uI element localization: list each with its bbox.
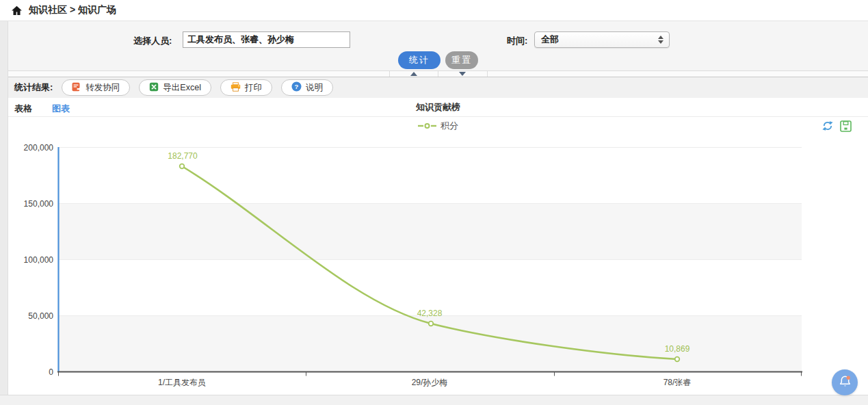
x-category-label: 1/工具发布员: [158, 378, 206, 387]
x-axis: [57, 372, 802, 376]
export-excel-button[interactable]: 导出Excel: [139, 79, 211, 96]
y-tick-label: 150,000: [24, 199, 54, 209]
top-bar: 知识社区 > 知识广场: [0, 0, 868, 21]
print-button[interactable]: 打印: [220, 79, 272, 96]
person-filter-label: 选择人员:: [133, 35, 172, 47]
chart-toolbox: [821, 120, 852, 132]
forward-collab-label: 转发协同: [86, 82, 120, 94]
help-button[interactable]: ? 说明: [281, 79, 333, 96]
bottom-strip: [0, 395, 868, 405]
collapse-up-button[interactable]: [389, 71, 438, 77]
triangle-up-icon: [410, 72, 417, 76]
help-label: 说明: [306, 82, 323, 94]
printer-icon: [231, 82, 241, 94]
reset-button[interactable]: 重置: [445, 51, 478, 69]
y-tick-label: 0: [49, 367, 53, 377]
data-point[interactable]: [180, 164, 185, 169]
person-filter-input[interactable]: [183, 31, 350, 48]
breadcrumb[interactable]: 知识社区 > 知识广场: [29, 4, 116, 16]
y-tick-label: 50,000: [28, 311, 53, 321]
line-chart-canvas[interactable]: 200,000 150,000 100,000 50,000 0 1/工具发布员…: [0, 134, 868, 395]
forward-collab-button[interactable]: 转发协同: [62, 79, 130, 96]
results-label: 统计结果:: [14, 81, 53, 94]
tab-row: 表格 图表 知识贡献榜: [8, 98, 868, 117]
print-label: 打印: [245, 82, 262, 94]
page: 知识社区 > 知识广场 选择人员: 时间: 全部 统计 重置 统计结果: 转发协…: [0, 0, 868, 405]
x-category-label: 78/张睿: [663, 378, 692, 387]
refresh-icon[interactable]: [821, 120, 834, 132]
time-filter-label: 时间:: [507, 35, 527, 47]
time-select[interactable]: 全部: [534, 31, 670, 48]
x-category-label: 29/孙少梅: [412, 378, 448, 387]
statistics-button[interactable]: 统计: [398, 51, 440, 69]
forward-document-icon: [72, 82, 81, 94]
filter-panel: 选择人员: 时间: 全部 统计 重置: [8, 21, 868, 70]
export-excel-label: 导出Excel: [163, 82, 201, 94]
results-toolbar: 统计结果: 转发协同 导出Excel 打印 ? 说明: [8, 77, 868, 98]
value-label: 42,328: [417, 309, 443, 318]
triangle-down-icon: [459, 72, 466, 76]
value-label: 182,770: [168, 151, 198, 161]
save-image-icon[interactable]: [840, 120, 852, 132]
legend-label: 积分: [440, 120, 458, 132]
time-select-value: 全部: [541, 34, 656, 46]
data-point[interactable]: [429, 322, 434, 326]
select-arrows-icon: [656, 36, 666, 44]
legend-item-score[interactable]: 积分: [8, 117, 868, 134]
filter-actions: 统计 重置: [8, 51, 868, 69]
toolbar-buttons: 转发协同 导出Excel 打印 ? 说明: [62, 79, 333, 96]
home-icon[interactable]: [11, 5, 23, 16]
question-circle-icon: ?: [291, 81, 302, 94]
y-tick-label: 100,000: [24, 255, 54, 265]
svg-text:?: ?: [295, 83, 299, 90]
excel-icon: [149, 82, 159, 94]
legend-line-marker-icon: [418, 120, 436, 132]
notification-bell-button[interactable]: [832, 369, 858, 395]
split-area-band: [58, 203, 802, 259]
panel-collapse-bar: [8, 70, 868, 77]
legend-row: 积分: [8, 117, 868, 134]
data-point[interactable]: [675, 357, 680, 362]
collapse-down-button[interactable]: [438, 71, 488, 77]
value-label: 10,869: [665, 344, 690, 354]
y-tick-label: 200,000: [24, 143, 54, 153]
bell-notification-icon: [838, 374, 852, 391]
chart-title: 知识贡献榜: [8, 101, 868, 114]
